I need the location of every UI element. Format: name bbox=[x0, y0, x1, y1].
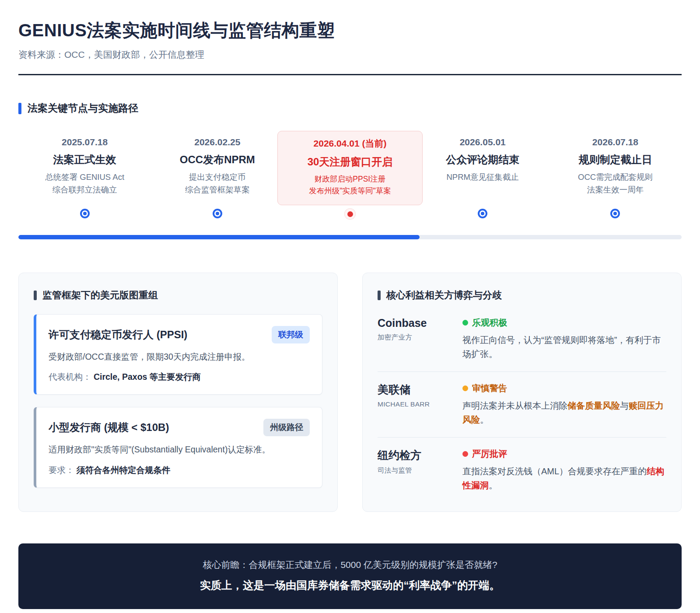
card-accent-bar bbox=[34, 291, 37, 300]
timeline-desc-line: OCC需完成配套规则 bbox=[552, 171, 679, 184]
section-accent-bar bbox=[18, 103, 21, 114]
timeline-item-2: 2026.02.25 OCC发布NPRM 提出支付稳定币 综合监管框架草案 bbox=[151, 131, 284, 205]
timeline: 2025.07.18 法案正式生效 总统签署 GENIUS Act 综合联邦立法… bbox=[18, 131, 682, 239]
timeline-desc: 总统签署 GENIUS Act 综合联邦立法确立 bbox=[21, 171, 148, 196]
timeline-date: 2026.05.01 bbox=[419, 137, 546, 147]
timeline-markers bbox=[18, 209, 682, 219]
stakeholder-row-fed: 美联储 MICHAEL BARR 审慎警告 声明法案并未从根本上消除储备质量风险… bbox=[378, 372, 666, 438]
regulatory-framework-card: 监管框架下的美元版图重组 许可支付稳定币发行人 (PPSI) 联邦级 受财政部/… bbox=[18, 273, 338, 512]
timeline-desc: NPRM意见征集截止 bbox=[419, 171, 546, 184]
card-header: 核心利益相关方博弈与分歧 bbox=[378, 289, 666, 302]
issuer-name: 许可支付稳定币发行人 (PPSI) bbox=[49, 328, 187, 342]
stakeholder-comment: 直指法案对反洗钱（AML）合规要求存在严重的结构性漏洞。 bbox=[462, 464, 666, 492]
issuer-detail-label: 代表机构： bbox=[49, 372, 91, 382]
timeline-desc-line: 总统签署 GENIUS Act bbox=[21, 171, 148, 184]
issuer-detail: 代表机构： Circle, Paxos 等主要发行商 bbox=[49, 371, 310, 383]
stance-text: 乐观积极 bbox=[472, 317, 507, 329]
stance-label: 乐观积极 bbox=[462, 317, 666, 329]
issuer-detail-value: 须符合各州特定合规条件 bbox=[77, 465, 171, 475]
timeline-node-icon bbox=[478, 209, 487, 218]
stakeholder-name: Coinbase bbox=[378, 317, 451, 329]
issuer-detail-value: Circle, Paxos 等主要发行商 bbox=[94, 372, 201, 382]
timeline-title: 公众评论期结束 bbox=[419, 153, 546, 167]
stakeholder-name: 美联储 bbox=[378, 382, 451, 397]
timeline-desc-line: 法案生效一周年 bbox=[552, 184, 679, 196]
timeline-node-icon bbox=[610, 209, 620, 218]
timeline-title: 30天注册窗口开启 bbox=[283, 155, 416, 169]
stakeholders-card: 核心利益相关方博弈与分歧 Coinbase 加密产业方 乐观积极 视作正 bbox=[362, 273, 682, 512]
federal-badge: 联邦级 bbox=[272, 326, 310, 343]
timeline-desc: OCC需完成配套规则 法案生效一周年 bbox=[552, 171, 679, 196]
stakeholder-row-ny-prosecutors: 纽约检方 司法与监管 严厉批评 直指法案对反洗钱（AML）合规要求存在严重的结构… bbox=[378, 438, 666, 496]
issuer-detail: 要求： 须符合各州特定合规条件 bbox=[49, 464, 310, 476]
summary-question: 核心前瞻：合规框架正式建立后，5000 亿美元级别的规模扩张是否就绪? bbox=[36, 559, 664, 571]
timeline-date: 2026.04.01 (当前) bbox=[283, 137, 416, 150]
timeline-desc-line: 综合联邦立法确立 bbox=[21, 184, 148, 196]
red-status-dot-icon bbox=[462, 451, 468, 457]
timeline-date: 2026.02.25 bbox=[154, 137, 281, 147]
timeline-item-5: 2026.07.18 规则制定截止日 OCC需完成配套规则 法案生效一周年 bbox=[549, 131, 682, 205]
timeline-item-content: 2025.07.18 法案正式生效 总统签署 GENIUS Act 综合联邦立法… bbox=[18, 131, 151, 205]
timeline-item-content: 2026.02.25 OCC发布NPRM 提出支付稳定币 综合监管框架草案 bbox=[151, 131, 284, 205]
timeline-item-content: 2026.07.18 规则制定截止日 OCC需完成配套规则 法案生效一周年 bbox=[549, 131, 682, 205]
stakeholder-list: Coinbase 加密产业方 乐观积极 视作正向信号，认为“监管规则即将落地”，… bbox=[378, 306, 666, 496]
stance-label: 审慎警告 bbox=[462, 382, 666, 394]
summary-banner: 核心前瞻：合规框架正式建立后，5000 亿美元级别的规模扩张是否就绪? 实质上，… bbox=[18, 543, 682, 609]
issuer-card-small-issuers: 小型发行商 (规模 < $10B) 州级路径 适用财政部"实质等同"(Subst… bbox=[34, 407, 322, 487]
timeline-section-header: 法案关键节点与实施路径 bbox=[18, 102, 682, 115]
timeline-current-node-icon bbox=[345, 209, 355, 219]
stakeholder-name: 纽约检方 bbox=[378, 448, 451, 462]
timeline-desc-line: 发布州级"实质等同"草案 bbox=[283, 185, 416, 197]
timeline-title: OCC发布NPRM bbox=[154, 153, 281, 167]
stakeholder-role: 加密产业方 bbox=[378, 333, 451, 342]
timeline-title: 规则制定截止日 bbox=[552, 153, 679, 167]
page-title: GENIUS法案实施时间线与监管结构重塑 bbox=[18, 18, 682, 42]
summary-statement: 实质上，这是一场由国库券储备需求驱动的“利率战争”的开端。 bbox=[36, 578, 664, 592]
timeline-item-1: 2025.07.18 法案正式生效 总统签署 GENIUS Act 综合联邦立法… bbox=[18, 131, 151, 205]
progress-fill bbox=[18, 235, 420, 239]
state-path-badge: 州级路径 bbox=[263, 419, 310, 436]
issuer-desc: 适用财政部"实质等同"(Substantially Equivalent)认定标… bbox=[49, 443, 310, 456]
stakeholder-role: MICHAEL BARR bbox=[378, 400, 451, 408]
timeline-desc: 提出支付稳定币 综合监管框架草案 bbox=[154, 171, 281, 196]
left-card-title: 监管框架下的美元版图重组 bbox=[42, 289, 158, 302]
timeline-section-title: 法案关键节点与实施路径 bbox=[28, 102, 138, 115]
timeline-item-3-current: 2026.04.01 (当前) 30天注册窗口开启 财政部启动PPSI注册 发布… bbox=[284, 131, 416, 205]
stakeholder-comment: 声明法案并未从根本上消除储备质量风险与赎回压力风险。 bbox=[462, 399, 666, 427]
timeline-date: 2025.07.18 bbox=[21, 137, 148, 147]
timeline-item-4: 2026.05.01 公众评论期结束 NPRM意见征集截止 bbox=[416, 131, 549, 205]
timeline-desc-line: NPRM意见征集截止 bbox=[419, 171, 546, 184]
issuer-desc: 受财政部/OCC直接监管，限期30天内完成注册申报。 bbox=[49, 350, 310, 363]
timeline-desc: 财政部启动PPSI注册 发布州级"实质等同"草案 bbox=[283, 173, 416, 197]
source-note: 资料来源：OCC，美国财政部，公开信息整理 bbox=[18, 49, 682, 61]
stance-text: 审慎警告 bbox=[472, 382, 507, 394]
timeline-node-icon bbox=[213, 209, 222, 218]
timeline-desc-line: 提出支付稳定币 bbox=[154, 171, 281, 184]
card-header: 监管框架下的美元版图重组 bbox=[34, 289, 322, 302]
stakeholder-row-coinbase: Coinbase 加密产业方 乐观积极 视作正向信号，认为“监管规则即将落地”，… bbox=[378, 306, 666, 372]
right-card-title: 核心利益相关方博弈与分歧 bbox=[386, 289, 502, 302]
timeline-node-icon bbox=[80, 209, 90, 218]
stakeholder-comment: 视作正向信号，认为“监管规则即将落地”，有利于市场扩张。 bbox=[462, 333, 666, 361]
timeline-item-content: 2026.05.01 公众评论期结束 NPRM意见征集截止 bbox=[416, 131, 549, 205]
card-accent-bar bbox=[378, 291, 381, 300]
issuer-card-ppsi: 许可支付稳定币发行人 (PPSI) 联邦级 受财政部/OCC直接监管，限期30天… bbox=[34, 314, 322, 395]
issuer-detail-label: 要求： bbox=[49, 465, 74, 475]
timeline-progress-track bbox=[18, 235, 682, 239]
timeline-current-highlight-box: 2026.04.01 (当前) 30天注册窗口开启 财政部启动PPSI注册 发布… bbox=[277, 131, 422, 205]
stance-label: 严厉批评 bbox=[462, 448, 666, 460]
timeline-desc-line: 财政部启动PPSI注册 bbox=[283, 173, 416, 185]
green-status-dot-icon bbox=[462, 320, 468, 326]
timeline-desc-line: 综合监管框架草案 bbox=[154, 184, 281, 196]
issuer-name: 小型发行商 (规模 < $10B) bbox=[49, 420, 169, 434]
content-cards: 监管框架下的美元版图重组 许可支付稳定币发行人 (PPSI) 联邦级 受财政部/… bbox=[18, 273, 682, 512]
amber-status-dot-icon bbox=[462, 385, 468, 391]
timeline-title: 法案正式生效 bbox=[21, 153, 148, 167]
header-divider bbox=[18, 74, 682, 75]
timeline-date: 2026.07.18 bbox=[552, 137, 679, 147]
timeline-items: 2025.07.18 法案正式生效 总统签署 GENIUS Act 综合联邦立法… bbox=[18, 131, 682, 205]
infographic-page: GENIUS法案实施时间线与监管结构重塑 资料来源：OCC，美国财政部，公开信息… bbox=[0, 0, 700, 613]
stance-text: 严厉批评 bbox=[472, 448, 507, 460]
stakeholder-role: 司法与监管 bbox=[378, 466, 451, 475]
